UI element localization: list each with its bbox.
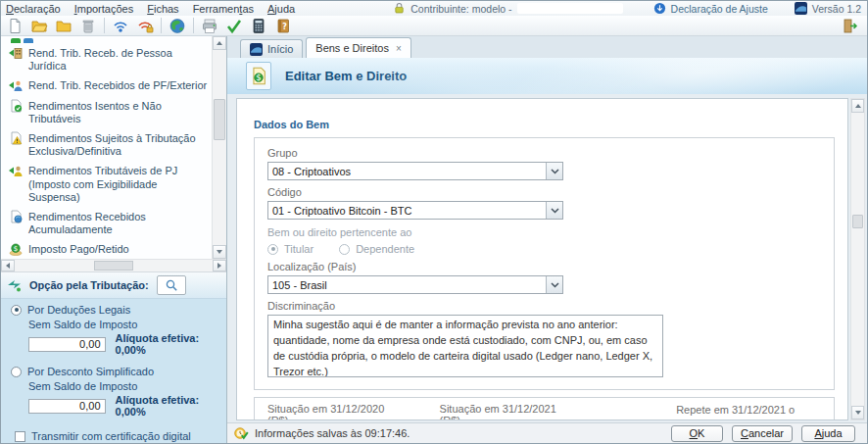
- contribuinte-label: Contribuinte: modelo -: [410, 3, 511, 15]
- main-vertical-scrollbar[interactable]: [850, 98, 865, 420]
- print-icon[interactable]: [199, 17, 220, 35]
- sidebar-item-label: Imposto Pago/Retido: [28, 242, 129, 256]
- internet-globe-icon[interactable]: [167, 17, 188, 35]
- close-tab-icon[interactable]: ×: [394, 43, 402, 54]
- saldo-imposto-input-2[interactable]: 0,00: [28, 399, 106, 414]
- situacao-2020-label: Situação em 31/12/2020 (R$): [267, 403, 409, 420]
- codigo-select[interactable]: 01 - Criptoativo Bitcoin - BTC: [267, 201, 563, 220]
- scroll-down-arrow[interactable]: [213, 245, 226, 259]
- grupo-value: 08 - Criptoativos: [268, 163, 546, 179]
- sidebar-item-label: Rendimentos Tributáveis de PJ (Imposto c…: [28, 164, 209, 204]
- search-icon: [165, 278, 178, 292]
- help-book-icon[interactable]: ?: [272, 17, 294, 35]
- repetir-hint-line1: Repete em 31/12/2021 o valor: [676, 403, 821, 420]
- pertencente-label: Bem ou direito pertencente ao: [267, 226, 821, 238]
- scrollbar-thumb[interactable]: [94, 261, 133, 271]
- cancelar-button[interactable]: Cancelar: [732, 425, 793, 442]
- svg-text:?: ?: [282, 22, 287, 30]
- scrollbar-thumb[interactable]: [852, 215, 863, 228]
- radio-desconto-simplificado[interactable]: [11, 367, 22, 377]
- toolbar-separator: [161, 18, 162, 33]
- scroll-left-arrow[interactable]: [1, 260, 15, 271]
- income-suspended-icon: [9, 164, 23, 177]
- sidebar-horizontal-scrollbar[interactable]: [1, 259, 226, 272]
- aliquota-efetiva-2: Alíquota efetiva: 0,00%: [116, 394, 217, 418]
- verify-check-icon[interactable]: [223, 17, 245, 35]
- checkbox-label: Transmitir com certificação digital: [31, 430, 191, 442]
- sidebar-item-rend-exclusiva[interactable]: Rendimentos Sujeitos à Tributação Exclus…: [5, 128, 211, 161]
- versao-label: Versão 1.2: [812, 3, 861, 15]
- section-title: Dados do Bem: [254, 119, 847, 130]
- exit-icon[interactable]: [840, 17, 861, 35]
- saved-clock-check-icon: [234, 426, 249, 440]
- scroll-up-arrow[interactable]: [851, 99, 864, 113]
- toolbar: ?: [1, 16, 867, 36]
- folder-icon[interactable]: [53, 17, 74, 35]
- sidebar-item-rend-pf-exterior[interactable]: Rend. Trib. Recebidos de PF/Exterior: [5, 75, 211, 95]
- scroll-down-arrow[interactable]: [851, 406, 864, 419]
- receive-icon[interactable]: [110, 17, 131, 35]
- tab-inicio[interactable]: Início: [240, 39, 303, 58]
- dependente-label: Dependente: [356, 243, 414, 255]
- sidebar-item-rend-pj-suspensa[interactable]: Rendimentos Tributáveis de PJ (Imposto c…: [5, 161, 211, 207]
- sidebar-item-rend-isentos[interactable]: Rendimentos Isentos e Não Tributáveis: [5, 96, 211, 128]
- menu-importacoes[interactable]: Importações: [74, 3, 134, 15]
- chevron-down-icon[interactable]: [546, 202, 562, 219]
- asset-dollar-icon: $: [250, 67, 267, 85]
- fichas-list: Rend. Trib. Receb. de Pessoa Jurídica Re…: [1, 36, 226, 259]
- ajuda-button[interactable]: Ajuda: [801, 425, 855, 442]
- sidebar-item-label: Rendimentos Isentos e Não Tributáveis: [28, 99, 209, 125]
- sidebar-item-rend-pj[interactable]: Rend. Trib. Receb. de Pessoa Jurídica: [5, 43, 211, 75]
- menu-fichas[interactable]: Fichas: [147, 3, 178, 15]
- clipped-icon-fragment: [11, 38, 21, 43]
- tax-option-icon: [7, 278, 22, 293]
- declaracao-tipo-label: Declaração de Ajuste: [671, 3, 768, 15]
- sidebar: Rend. Trib. Receb. de Pessoa Jurídica Re…: [1, 36, 226, 443]
- saldo-label: Sem Saldo de Imposto: [28, 319, 217, 330]
- menubar-status: Contribuinte: modelo - Declaração de Aju…: [393, 2, 867, 15]
- scroll-right-arrow[interactable]: [213, 260, 226, 271]
- chevron-down-icon[interactable]: [546, 163, 562, 179]
- menu-declaracao[interactable]: Declaração: [6, 3, 61, 15]
- situacao-2021-label: Situação em 31/12/2021 (R$): [440, 403, 581, 420]
- discriminacao-textarea[interactable]: Minha sugestão aqui é de manter a inform…: [267, 315, 663, 377]
- saldo-imposto-input-1[interactable]: 0,00: [28, 337, 106, 352]
- sidebar-item-label: Rend. Trib. Receb. de Pessoa Jurídica: [28, 46, 209, 73]
- income-person-icon: [9, 78, 23, 92]
- transmitir-certificacao-checkbox[interactable]: [15, 431, 25, 442]
- sidebar-item-label: Rendimentos Sujeitos à Tributação Exclus…: [28, 131, 209, 158]
- new-declaration-icon[interactable]: [4, 17, 25, 35]
- transmit-icon[interactable]: [134, 17, 156, 35]
- calculator-icon[interactable]: [248, 17, 269, 35]
- ok-button[interactable]: OK: [671, 425, 723, 442]
- situacao-2020-group: Situação em 31/12/2020 (R$) 5.000,00: [267, 403, 409, 420]
- delete-icon[interactable]: [77, 17, 99, 35]
- scrollbar-thumb[interactable]: [214, 99, 225, 140]
- tab-label: Bens e Direitos: [315, 42, 389, 54]
- clipped-icon-fragment: [24, 38, 33, 43]
- doc-check-icon: [9, 99, 23, 113]
- app-logo-icon: [795, 2, 807, 15]
- sidebar-item-rend-acumulado[interactable]: Rendimentos Recebidos Acumuladamente: [5, 207, 211, 239]
- saldo-label: Sem Saldo de Imposto: [28, 380, 217, 392]
- doc-globe-icon: [9, 210, 23, 223]
- radio-deducoes-legais[interactable]: [11, 305, 22, 316]
- scroll-up-arrow[interactable]: [213, 36, 226, 50]
- chevron-down-icon[interactable]: [546, 276, 562, 293]
- opcao-tributacao-row: Opção pela Tributação:: [1, 272, 226, 299]
- localizacao-select[interactable]: 105 - Brasil: [267, 275, 563, 294]
- grupo-label: Grupo: [267, 147, 821, 159]
- open-declaration-icon[interactable]: [28, 17, 50, 35]
- codigo-label: Código: [267, 186, 821, 198]
- localizacao-value: 105 - Brasil: [268, 276, 546, 293]
- menu-ferramentas[interactable]: Ferramentas: [193, 3, 254, 15]
- tab-bens-e-direitos[interactable]: Bens e Direitos ×: [306, 37, 410, 58]
- menu-ajuda[interactable]: Ajuda: [267, 3, 295, 15]
- sidebar-item-imposto-pago[interactable]: $ Imposto Pago/Retido: [5, 239, 211, 259]
- sidebar-vertical-scrollbar[interactable]: [212, 36, 226, 259]
- grupo-select[interactable]: 08 - Criptoativos: [267, 162, 563, 180]
- doc-warning-icon: [9, 131, 23, 145]
- menu-items: Declaração Importações Fichas Ferramenta…: [1, 3, 295, 15]
- tab-label: Início: [267, 43, 293, 55]
- search-button[interactable]: [157, 275, 186, 295]
